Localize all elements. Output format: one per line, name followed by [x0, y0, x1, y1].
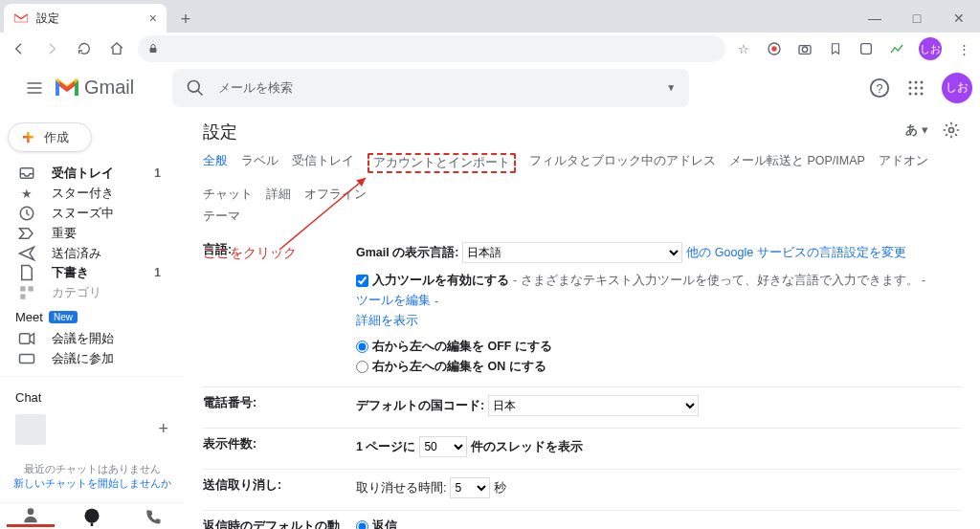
rtl-off-radio[interactable]	[356, 341, 368, 353]
nav-important[interactable]: 重要	[0, 223, 176, 243]
tab-bar: 設定 × + — □ ✕	[0, 0, 980, 33]
row-undo: 送信取り消し: 取り消せる時間: 5 秒	[203, 469, 961, 510]
clock-icon	[15, 205, 38, 222]
tab-filters[interactable]: フィルタとブロック中のアドレス	[529, 153, 716, 173]
search-dropdown-icon[interactable]: ▼	[666, 82, 676, 93]
settings-title: 設定	[203, 121, 961, 143]
tab-addons[interactable]: アドオン	[879, 153, 928, 173]
country-code-select[interactable]: 日本	[488, 395, 699, 416]
new-tab-button[interactable]: +	[172, 6, 199, 33]
forward-button[interactable]	[40, 37, 63, 60]
nav-snoozed[interactable]: スヌーズ中	[0, 204, 176, 224]
svg-rect-21	[29, 286, 33, 291]
chat-empty: 最近のチャットはありません 新しいチャットを開始しませんか	[0, 451, 184, 502]
hamburger-menu[interactable]	[15, 78, 54, 98]
gmail-logo-text: Gmail	[84, 77, 134, 99]
chat-add-icon[interactable]: +	[158, 419, 168, 439]
nav-inbox[interactable]: 受信トレイ 1	[0, 164, 176, 184]
tab-forwarding[interactable]: メール転送と POP/IMAP	[729, 153, 865, 173]
undo-select[interactable]: 5	[450, 477, 490, 498]
video-icon	[15, 332, 38, 345]
language-select[interactable]: 日本語	[462, 242, 682, 263]
svg-point-6	[189, 80, 200, 92]
svg-point-13	[915, 86, 918, 89]
lock-icon	[147, 43, 159, 55]
extension-icons: ☆ しお ⋮	[735, 37, 972, 60]
pagesize-select[interactable]: 50	[419, 436, 467, 457]
tab-themes[interactable]: テーマ	[203, 209, 240, 225]
reload-button[interactable]	[73, 37, 96, 60]
other-lang-link[interactable]: 他の Google サービスの言語設定を変更	[686, 245, 905, 261]
browser-menu-icon[interactable]: ⋮	[955, 40, 972, 57]
row-language: 言語: Gmail の表示言語: 日本語 他の Google サービスの言語設定…	[203, 234, 961, 386]
tab-chat[interactable]: チャット	[203, 187, 253, 203]
important-icon	[15, 227, 38, 240]
chat-user-row[interactable]: +	[0, 408, 184, 451]
plus-icon: +	[22, 125, 34, 150]
bookmark-icon[interactable]	[827, 40, 844, 57]
row-reply: 返信時のデフォルトの動作: 詳細を表示 返信 全員に返信	[203, 510, 961, 529]
compose-button[interactable]: + 作成	[8, 122, 92, 152]
tab-labels[interactable]: ラベル	[241, 153, 278, 173]
meet-section: Meet New	[0, 302, 184, 328]
tab-accounts[interactable]: アカウントとインポート	[368, 153, 516, 173]
rtl-on-radio[interactable]	[356, 361, 368, 373]
input-detail-link[interactable]: 詳細を表示	[356, 313, 418, 329]
ext-icon-2[interactable]	[858, 40, 875, 57]
help-icon[interactable]: ?	[869, 77, 890, 99]
meet-join[interactable]: 会議に参加	[0, 348, 176, 368]
search-box[interactable]: メールを検索 ▼	[172, 69, 689, 107]
account-avatar[interactable]: しお	[942, 73, 972, 103]
gmail-logo[interactable]: Gmail	[54, 77, 134, 99]
profile-avatar[interactable]: しお	[919, 37, 942, 60]
settings-content: 設定 あ ▾ 全般 ラベル 受信トレイ アカウントとインポート フィルタとブロッ…	[184, 111, 980, 529]
category-icon	[15, 284, 38, 301]
gear-icon[interactable]	[942, 121, 961, 140]
home-button[interactable]	[105, 37, 128, 60]
svg-point-11	[921, 80, 924, 83]
svg-text:?: ?	[876, 80, 882, 95]
meet-start[interactable]: 会議を開始	[0, 328, 176, 348]
maximize-button[interactable]: □	[896, 4, 938, 33]
chat-start-link[interactable]: 新しいチャットを開始しませんか	[13, 477, 171, 489]
svg-rect-20	[20, 286, 25, 291]
chat-avatar	[15, 414, 46, 445]
reply-single-radio[interactable]	[356, 520, 368, 529]
svg-rect-0	[150, 48, 157, 53]
nav-starred[interactable]: ★ スター付き	[0, 184, 176, 204]
nav-drafts[interactable]: 下書き 1	[0, 263, 176, 283]
svg-point-9	[909, 80, 912, 83]
gmail-m-icon	[54, 77, 80, 99]
back-button[interactable]	[8, 37, 31, 60]
phone-icon[interactable]	[129, 508, 177, 525]
gmail-header: Gmail メールを検索 ▼ ? しお	[0, 65, 980, 111]
svg-rect-22	[20, 295, 25, 299]
search-icon	[186, 78, 205, 98]
input-edit-link[interactable]: ツールを編集	[356, 293, 431, 309]
ext-icon-3[interactable]	[888, 40, 905, 57]
svg-point-2	[771, 46, 776, 51]
tab-advanced[interactable]: 詳細	[266, 187, 291, 203]
tab-inbox[interactable]: 受信トレイ	[292, 153, 354, 173]
nav-sent[interactable]: 送信済み	[0, 243, 176, 263]
hangouts-icon[interactable]	[68, 507, 116, 526]
tab-close-icon[interactable]: ×	[149, 11, 157, 26]
svg-point-10	[915, 80, 918, 83]
minimize-button[interactable]: —	[854, 4, 896, 33]
camera-icon[interactable]	[796, 40, 813, 57]
bottom-bar	[0, 502, 184, 529]
chat-person-icon[interactable]	[7, 505, 55, 527]
nav-categories[interactable]: カテゴリ	[0, 283, 176, 303]
tab-offline[interactable]: オフライン	[304, 187, 367, 203]
url-field[interactable]	[138, 35, 725, 62]
input-tool-checkbox[interactable]	[356, 275, 368, 287]
star-icon[interactable]: ☆	[735, 40, 752, 57]
ext-icon-1[interactable]	[766, 40, 783, 57]
row-pagesize: 表示件数: 1 ページに 50 件のスレッドを表示	[203, 428, 961, 469]
tab-general[interactable]: 全般	[203, 153, 228, 173]
input-lang-button[interactable]: あ ▾	[905, 121, 928, 139]
apps-icon[interactable]	[907, 79, 924, 97]
browser-tab[interactable]: 設定 ×	[4, 4, 167, 33]
close-window-button[interactable]: ✕	[938, 4, 980, 33]
new-badge: New	[49, 311, 78, 323]
